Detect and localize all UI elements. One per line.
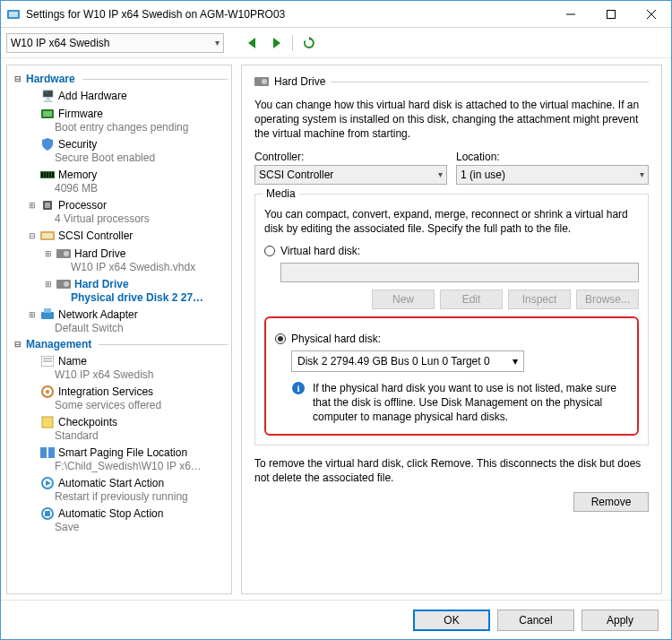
prev-button[interactable] bbox=[244, 34, 262, 52]
node-label: Automatic Stop Action bbox=[58, 507, 163, 520]
svg-rect-26 bbox=[44, 308, 51, 313]
phd-info: i If the physical hard disk you want to … bbox=[291, 381, 628, 425]
select-value: 1 (in use) bbox=[461, 169, 505, 181]
expand-icon[interactable]: ⊞ bbox=[27, 201, 37, 210]
next-button[interactable] bbox=[267, 34, 285, 52]
node-label: Add Hardware bbox=[58, 90, 127, 102]
close-button[interactable] bbox=[631, 1, 671, 28]
node-sublabel: Secure Boot enabled bbox=[27, 151, 206, 164]
svg-rect-15 bbox=[49, 172, 51, 177]
network-icon bbox=[40, 307, 55, 322]
add-hardware-icon: 🖥️ bbox=[40, 89, 55, 103]
main-area: ⊟ Hardware ·🖥️Add Hardware ·Firmware Boo… bbox=[1, 59, 671, 600]
phd-label: Physical hard disk: bbox=[291, 333, 381, 345]
node-label: Security bbox=[58, 138, 97, 151]
cancel-button[interactable]: Cancel bbox=[497, 610, 574, 631]
controller-label: Controller: bbox=[254, 151, 447, 163]
select-value: SCSI Controller bbox=[259, 169, 333, 181]
svg-rect-25 bbox=[41, 312, 54, 319]
section-description: You can change how this virtual hard dis… bbox=[254, 98, 649, 142]
chevron-down-icon: ▾ bbox=[640, 169, 644, 179]
vhd-path-input[interactable] bbox=[280, 263, 639, 282]
left-pane: ⊟ Hardware ·🖥️Add Hardware ·Firmware Boo… bbox=[1, 59, 236, 600]
node-label: Name bbox=[58, 355, 87, 368]
collapse-icon[interactable]: ⊟ bbox=[27, 231, 37, 240]
node-name[interactable]: ·Name W10 IP x64 Swedish bbox=[9, 352, 231, 383]
maximize-button[interactable] bbox=[590, 1, 631, 28]
node-sublabel: W10 IP x64 Swedish.vhdx bbox=[43, 261, 204, 273]
node-integration-services[interactable]: ·Integration Services Some services offe… bbox=[9, 383, 231, 413]
node-network-adapter[interactable]: ⊞Network Adapter Default Switch bbox=[9, 306, 231, 336]
controller-select[interactable]: SCSI Controller ▾ bbox=[254, 165, 447, 185]
media-group: Media You can compact, convert, expand, … bbox=[254, 194, 649, 445]
node-label: Hard Drive bbox=[74, 247, 125, 260]
svg-text:i: i bbox=[297, 383, 299, 394]
node-sublabel: Save bbox=[27, 521, 206, 533]
chevron-down-icon: ▾ bbox=[513, 355, 518, 368]
collapse-icon[interactable]: ⊟ bbox=[13, 74, 22, 83]
firmware-icon bbox=[40, 107, 55, 121]
node-security[interactable]: ·Security Secure Boot enabled bbox=[9, 135, 231, 166]
node-sublabel: Standard bbox=[27, 429, 206, 442]
expand-icon[interactable]: ⊞ bbox=[43, 249, 53, 258]
scsi-icon bbox=[40, 229, 55, 243]
category-label: Management bbox=[26, 338, 91, 350]
minimize-button[interactable] bbox=[550, 1, 590, 28]
physical-disk-highlight: Physical hard disk: Disk 2 2794.49 GB Bu… bbox=[264, 316, 639, 436]
settings-tree: ⊟ Hardware ·🖥️Add Hardware ·Firmware Boo… bbox=[6, 65, 232, 594]
category-management[interactable]: ⊟ Management bbox=[9, 336, 231, 352]
collapse-icon[interactable]: ⊟ bbox=[13, 340, 22, 349]
node-smart-paging[interactable]: ·Smart Paging File Location F:\Child_Swe… bbox=[9, 444, 231, 474]
right-pane: Hard Drive You can change how this virtu… bbox=[236, 59, 671, 600]
node-label: Firmware bbox=[58, 108, 103, 120]
node-sublabel: Some services offered bbox=[27, 399, 206, 411]
expand-icon[interactable]: ⊞ bbox=[27, 310, 37, 319]
vhd-button-row: New Edit Inspect Browse... bbox=[280, 290, 639, 309]
new-button: New bbox=[372, 290, 435, 309]
location-select[interactable]: 1 (in use) ▾ bbox=[456, 165, 649, 185]
node-label: Smart Paging File Location bbox=[58, 446, 187, 459]
node-processor[interactable]: ⊞Processor 4 Virtual processors bbox=[9, 196, 231, 227]
chevron-down-icon: ▾ bbox=[438, 169, 443, 179]
remove-button[interactable]: Remove bbox=[573, 492, 649, 512]
node-firmware[interactable]: ·Firmware Boot entry changes pending bbox=[9, 105, 231, 135]
titlebar: Settings for W10 IP x64 Swedish on AGM-W… bbox=[1, 1, 671, 28]
category-hardware[interactable]: ⊟ Hardware bbox=[9, 71, 231, 87]
stop-action-icon bbox=[40, 506, 55, 521]
vhd-radio-row[interactable]: Virtual hard disk: bbox=[264, 245, 639, 257]
select-value: Disk 2 2794.49 GB Bus 0 Lun 0 Target 0 bbox=[297, 355, 490, 368]
node-label: SCSI Controller bbox=[58, 229, 133, 242]
node-hard-drive-1[interactable]: ⊞Hard Drive W10 IP x64 Swedish.vhdx bbox=[9, 245, 231, 275]
name-icon bbox=[40, 354, 55, 368]
svg-point-31 bbox=[46, 390, 49, 394]
node-sublabel: F:\Child_Swedish\W10 IP x64 Swe... bbox=[27, 460, 206, 472]
phd-radio-row[interactable]: Physical hard disk: bbox=[275, 333, 628, 345]
window-title: Settings for W10 IP x64 Swedish on AGM-W… bbox=[26, 8, 550, 21]
hard-drive-icon bbox=[56, 246, 71, 261]
vm-selector[interactable]: W10 IP x64 Swedish ▾ bbox=[6, 33, 224, 53]
node-auto-stop[interactable]: ·Automatic Stop Action Save bbox=[9, 505, 231, 535]
svg-marker-7 bbox=[273, 38, 280, 48]
memory-icon bbox=[40, 168, 55, 182]
refresh-button[interactable] bbox=[300, 34, 318, 52]
node-checkpoints[interactable]: ·Checkpoints Standard bbox=[9, 413, 231, 444]
location-label: Location: bbox=[456, 151, 649, 163]
ok-button[interactable]: OK bbox=[413, 610, 490, 631]
svg-rect-33 bbox=[40, 447, 47, 458]
node-add-hardware[interactable]: ·🖥️Add Hardware bbox=[9, 87, 231, 105]
details-panel: Hard Drive You can change how this virtu… bbox=[241, 65, 662, 594]
node-memory[interactable]: ·Memory 4096 MB bbox=[9, 166, 231, 196]
media-description: You can compact, convert, expand, merge,… bbox=[264, 207, 639, 236]
node-auto-start[interactable]: ·Automatic Start Action Restart if previ… bbox=[9, 474, 231, 505]
svg-rect-16 bbox=[52, 172, 54, 177]
processor-icon bbox=[40, 198, 55, 212]
node-scsi-controller[interactable]: ⊟SCSI Controller bbox=[9, 227, 231, 245]
apply-button[interactable]: Apply bbox=[582, 610, 659, 631]
svg-rect-3 bbox=[607, 10, 615, 18]
node-hard-drive-2[interactable]: ⊞Hard Drive Physical drive Disk 2 2794..… bbox=[9, 275, 231, 306]
phd-select[interactable]: Disk 2 2794.49 GB Bus 0 Lun 0 Target 0 ▾ bbox=[291, 350, 524, 372]
vhd-label: Virtual hard disk: bbox=[280, 245, 360, 257]
expand-icon[interactable]: ⊞ bbox=[43, 280, 53, 289]
svg-rect-18 bbox=[45, 203, 50, 208]
shield-icon bbox=[40, 137, 55, 151]
